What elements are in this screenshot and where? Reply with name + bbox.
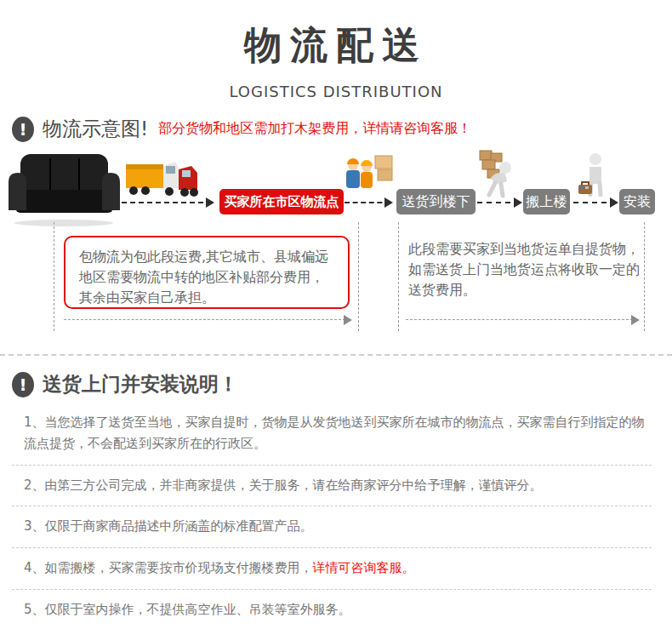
connector-line-right-end xyxy=(644,222,645,331)
left-segment-arrow xyxy=(64,319,350,320)
flow-step-install: 安装 xyxy=(619,189,655,214)
exclamation-icon: ! xyxy=(12,117,34,142)
sofa-image xyxy=(7,151,122,227)
flow-arrow-1 xyxy=(122,202,212,203)
logistics-flow-diagram: 买家所在市区物流点 送货到楼下 xyxy=(0,146,672,354)
instruction-item-5: 5、仅限于室内操作，不提供高空作业、吊装等室外服务。 xyxy=(12,590,652,629)
instruction-item-1: 1、当您选择了送货至当地，买家自提时，货物是从发货地送到买家所在城市的物流点，买… xyxy=(12,403,652,466)
instruction-text: 3、仅限于商家商品描述中所涵盖的标准配置产品。 xyxy=(24,518,313,534)
flow-arrow-4 xyxy=(573,202,616,203)
shipping-note-box: 包物流为包此段运费,其它城市、县城偏远地区需要物流中转的地区补贴部分费用，其余由… xyxy=(64,236,350,309)
instruction-item-2: 2、由第三方公司完成，并非商家提供，关于服务，请在给商家评分中给予理解，谨慎评分… xyxy=(12,466,652,507)
instruction-item-4: 4、如需搬楼，买家需要按市价现场支付搬楼费用，详情可咨询客服。 xyxy=(12,548,652,590)
page-subtitle: LOGISTICS DISTRIBUTION xyxy=(0,83,672,100)
flow-arrow-3 xyxy=(477,202,520,203)
instruction-text: 1、当您选择了送货至当地，买家自提时，货物是从发货地送到买家所在城市的物流点，买… xyxy=(24,415,645,451)
installation-instructions-section: ! 送货上门并安装说明！ 1、当您选择了送货至当地，买家自提时，货物是从发货地送… xyxy=(0,371,672,629)
flow-step-deliver-downstairs: 送货到楼下 xyxy=(396,189,476,214)
diagram-heading: 物流示意图! xyxy=(43,116,148,142)
porter-carrying-boxes-icon xyxy=(476,149,517,198)
instruction-red-text: 详情可咨询客服。 xyxy=(313,560,415,575)
flow-step-carry-upstairs: 搬上楼 xyxy=(523,189,570,214)
flow-arrow-2 xyxy=(345,202,390,203)
instruction-text: 4、如需搬楼，买家需要按市价现场支付搬楼费用， xyxy=(24,560,313,575)
delivery-workers-icon xyxy=(343,154,396,195)
connector-line-left-start xyxy=(54,222,54,331)
trucks-icon xyxy=(125,154,203,203)
instructions-heading: 送货上门并安装说明！ xyxy=(43,371,238,397)
section-divider xyxy=(0,354,672,356)
pickup-note-text: 此段需要买家到当地货运单自提货物，如需送货上门当地货运点将收取一定的送货费用。 xyxy=(408,239,643,300)
instruction-item-3: 3、仅限于商家商品描述中所涵盖的标准配置产品。 xyxy=(12,506,652,548)
title-block: 物流配送 LOGISTICS DISTRIBUTION xyxy=(0,0,672,100)
exclamation-icon: ! xyxy=(12,372,34,397)
installer-with-toolbox-icon xyxy=(577,152,609,197)
flow-step-logistics-point: 买家所在市区物流点 xyxy=(219,189,344,214)
logistics-distribution-page: 物流配送 LOGISTICS DISTRIBUTION ! 物流示意图! 部分货… xyxy=(0,0,672,629)
instruction-text: 5、仅限于室内操作，不提供高空作业、吊装等室外服务。 xyxy=(24,602,351,617)
connector-line-left-end xyxy=(358,222,359,331)
instruction-text: 2、由第三方公司完成，并非商家提供，关于服务，请在给商家评分中给予理解，谨慎评分… xyxy=(24,477,543,493)
diagram-heading-row: ! 物流示意图! 部分货物和地区需加打木架费用，详情请咨询客服！ xyxy=(0,116,672,142)
diagram-heading-note: 部分货物和地区需加打木架费用，详情请咨询客服！ xyxy=(158,120,471,138)
instructions-heading-row: ! 送货上门并安装说明！ xyxy=(12,371,652,397)
right-segment-arrow xyxy=(406,319,637,320)
page-title: 物流配送 xyxy=(0,20,672,71)
connector-line-right-start xyxy=(398,222,399,331)
